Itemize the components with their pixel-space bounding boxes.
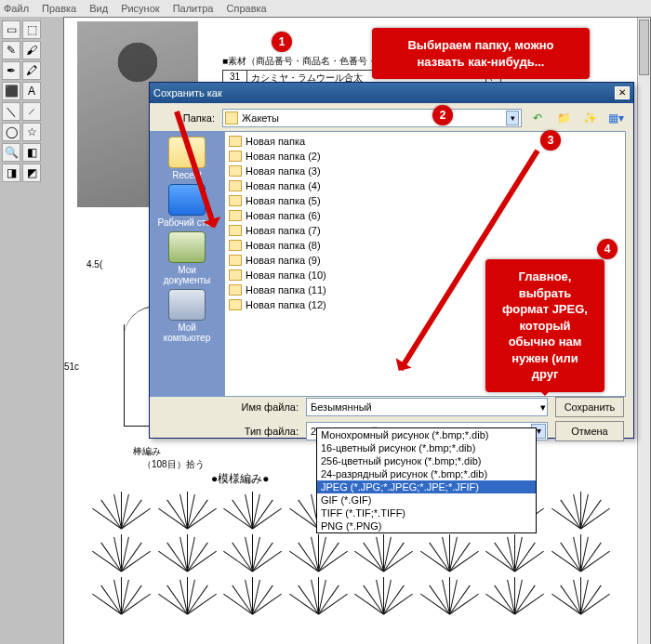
places-my-computer[interactable]: Мой компьютер [153, 289, 220, 343]
dropdown-option[interactable]: GIF (*.GIF) [317, 493, 536, 506]
list-item-label: Новая папка (4) [246, 180, 321, 191]
list-item-label: Новая папка (10) [246, 269, 326, 281]
folder-icon [229, 240, 242, 251]
menu-view[interactable]: Вид [89, 3, 108, 14]
list-item[interactable]: Новая папка (3) [227, 164, 623, 178]
folder-icon [229, 269, 242, 281]
menu-edit[interactable]: Правка [42, 3, 76, 14]
tool-button[interactable]: ✒ [2, 61, 20, 80]
list-item[interactable]: Новая папка (5) [227, 193, 623, 208]
tool-button[interactable]: ＼ [2, 102, 20, 121]
save-button[interactable]: Сохранить [555, 397, 624, 417]
cancel-button[interactable]: Отмена [555, 421, 624, 441]
dim-1: 4.5( [86, 259, 102, 269]
tool-button[interactable]: ⬛ [2, 82, 20, 100]
tool-button[interactable]: 🖌 [22, 41, 41, 59]
dialog-toolbar: ↶ 📁 ✨ ▦▾ [529, 110, 624, 126]
folder-value: Жакеты [242, 112, 279, 124]
tool-button[interactable]: 🖍 [22, 61, 41, 80]
folder-icon [229, 136, 242, 147]
tool-button[interactable]: 🔍 [2, 143, 20, 162]
close-icon[interactable]: ✕ [615, 86, 630, 99]
folder-label: Папка: [159, 112, 215, 124]
filetype-dropdown[interactable]: Монохромный рисунок (*.bmp;*.dib)16-цвет… [316, 427, 537, 533]
places-bar: Recent Рабочий стол Мои документы Мой ко… [150, 131, 224, 397]
list-item-label: Новая папка (5) [246, 195, 321, 206]
views-icon[interactable]: ▦▾ [607, 110, 624, 126]
menu-picture[interactable]: Рисунок [121, 3, 160, 14]
folder-combo[interactable]: Жакеты ▾ [222, 109, 522, 127]
folder-icon [229, 195, 242, 206]
dropdown-option[interactable]: JPEG (*.JPG;*.JPEG;*.JPE;*.JFIF) [317, 480, 536, 493]
dim-2: 51c [64, 361, 79, 372]
list-item[interactable]: Новая папка (8) [227, 238, 623, 253]
tool-button[interactable]: A [22, 82, 41, 100]
tool-button[interactable]: ◩ [22, 164, 41, 182]
menu-help[interactable]: Справка [227, 3, 267, 14]
list-item-label: Новая папка (7) [246, 225, 321, 236]
list-item[interactable]: Новая папка (4) [227, 178, 623, 193]
list-item-label: Новая папка (3) [246, 165, 321, 177]
list-item-label: Новая папка (11) [246, 284, 326, 296]
list-item-label: Новая папка (9) [246, 255, 321, 266]
annotation-badge-3: 3 [540, 130, 561, 151]
tool-button[interactable]: ✎ [2, 41, 20, 59]
tool-button[interactable]: ◧ [22, 143, 41, 162]
filename-label: Имя файла: [233, 401, 299, 413]
list-item[interactable]: Новая папка (6) [227, 208, 623, 223]
note-2: （108目）拾う [142, 458, 205, 471]
places-my-documents[interactable]: Мои документы [153, 231, 220, 285]
filetype-label: Тип файла: [233, 426, 299, 437]
dropdown-option[interactable]: PNG (*.PNG) [317, 519, 536, 532]
back-icon[interactable]: ↶ [529, 110, 546, 126]
dropdown-option[interactable]: 256-цветный рисунок (*.bmp;*.dib) [317, 454, 536, 467]
filename-input[interactable]: Безымянный▾ [306, 398, 548, 416]
folder-icon [225, 112, 238, 125]
menu-palette[interactable]: Палитра [173, 3, 214, 14]
dropdown-option[interactable]: 24-разрядный рисунок (*.bmp;*.dib) [317, 467, 536, 480]
list-item-label: Новая папка (2) [246, 151, 321, 162]
list-item[interactable]: Новая папка (2) [227, 149, 623, 164]
tool-button[interactable]: ☆ [22, 123, 41, 141]
list-item-label: Новая папка [246, 136, 305, 147]
folder-icon [229, 284, 242, 296]
folder-icon [229, 151, 242, 162]
pattern-title: ●模様編み● [211, 471, 270, 487]
folder-icon [229, 180, 242, 191]
note-1: 棒編み [133, 445, 161, 458]
annotation-badge-1: 1 [272, 32, 292, 52]
dropdown-option[interactable]: TIFF (*.TIF;*.TIFF) [317, 506, 536, 519]
folder-icon [229, 225, 242, 236]
folder-icon [229, 165, 242, 177]
dropdown-option[interactable]: Монохромный рисунок (*.bmp;*.dib) [317, 428, 536, 441]
chevron-down-icon[interactable]: ▾ [506, 111, 519, 125]
list-item-label: Новая папка (12) [246, 299, 326, 310]
list-item-label: Новая папка (6) [246, 210, 321, 221]
list-item[interactable]: Новая папка [227, 134, 623, 149]
dropdown-option[interactable]: 16-цветный рисунок (*.bmp;*.dib) [317, 441, 536, 454]
vertical-scrollbar[interactable] [637, 18, 650, 644]
menu-file[interactable]: Файл [4, 3, 29, 14]
tool-palette: ▭⬚✎🖌✒🖍⬛A＼⟋◯☆🔍◧◨◩ [2, 20, 43, 182]
annotation-badge-4: 4 [597, 239, 618, 259]
tool-button[interactable]: ⟋ [22, 102, 41, 121]
folder-icon [229, 210, 242, 221]
list-item[interactable]: Новая папка (7) [227, 223, 623, 238]
tool-button[interactable]: ▭ [2, 20, 20, 39]
list-item-label: Новая папка (8) [246, 240, 321, 251]
annotation-callout-1: Выбираем папку, можно назвать как-нибудь… [372, 28, 590, 79]
up-folder-icon[interactable]: 📁 [555, 110, 572, 126]
dialog-titlebar[interactable]: Сохранить как ✕ [150, 83, 633, 103]
tool-button[interactable]: ⬚ [22, 20, 41, 39]
menubar: Файл Правка Вид Рисунок Палитра Справка [0, 0, 651, 17]
annotation-callout-2: Главное, выбрать формат JPEG, который об… [485, 259, 604, 392]
tool-button[interactable]: ◨ [2, 164, 20, 182]
new-folder-icon[interactable]: ✨ [581, 110, 598, 126]
folder-icon [229, 299, 242, 310]
dialog-title-text: Сохранить как [153, 87, 222, 99]
tool-button[interactable]: ◯ [2, 123, 20, 141]
folder-icon [229, 255, 242, 266]
annotation-badge-2: 2 [432, 105, 453, 125]
